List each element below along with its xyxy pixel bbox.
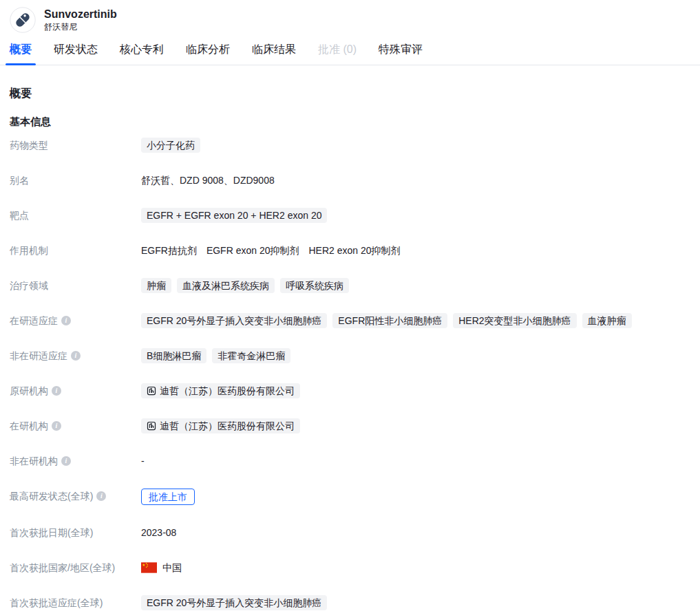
- tag[interactable]: 肿瘤: [141, 278, 171, 293]
- field-label-mechanism: 作用机制: [10, 243, 141, 258]
- info-icon[interactable]: i: [61, 456, 71, 466]
- field-label-text: 首次获批国家/地区(全球): [10, 560, 115, 575]
- company-icon: [147, 421, 156, 431]
- china-flag-icon: [141, 562, 157, 573]
- field-value-inactive-indications: B细胞淋巴瘤非霍奇金淋巴瘤: [141, 348, 290, 363]
- tag[interactable]: EGFR 20号外显子插入突变非小细胞肺癌: [141, 595, 327, 610]
- organization-name: 迪哲（江苏）医药股份有限公司: [160, 383, 295, 398]
- field-value-inactive-org: -: [141, 453, 145, 469]
- tag[interactable]: 血液肿瘤: [582, 313, 632, 328]
- field-value-originator-org: 迪哲（江苏）医药股份有限公司: [141, 383, 300, 398]
- tab-rd-status[interactable]: 研发状态: [50, 39, 102, 65]
- tab-clinical-results[interactable]: 临床结果: [248, 39, 300, 65]
- field-row-active-org: 在研机构i迪哲（江苏）医药股份有限公司: [10, 418, 690, 433]
- field-row-inactive-indications: 非在研适应症iB细胞淋巴瘤非霍奇金淋巴瘤: [10, 348, 690, 363]
- field-label-targets: 靶点: [10, 208, 141, 223]
- drug-subtitle: 舒沃替尼: [44, 21, 117, 33]
- field-row-originator-org: 原研机构i迪哲（江苏）医药股份有限公司: [10, 383, 690, 398]
- field-label-originator-org: 原研机构i: [10, 383, 141, 398]
- status-badge[interactable]: 批准上市: [141, 489, 195, 505]
- field-text: 2023-08: [141, 525, 176, 540]
- tab-core-patents[interactable]: 核心专利: [116, 39, 168, 65]
- field-label-inactive-org: 非在研机构i: [10, 453, 141, 469]
- field-value-highest-phase-global: 批准上市: [141, 489, 195, 505]
- field-row-active-indications: 在研适应症iEGFR 20号外显子插入突变非小细胞肺癌EGFR阳性非小细胞肺癌H…: [10, 313, 690, 328]
- field-label-text: 非在研适应症: [10, 348, 67, 363]
- field-label-text: 非在研机构: [10, 453, 58, 469]
- drug-title: Sunvozertinib: [44, 8, 117, 21]
- field-label-inactive-indications: 非在研适应症i: [10, 348, 141, 363]
- info-icon[interactable]: i: [71, 351, 81, 361]
- field-label-text: 靶点: [10, 208, 29, 223]
- field-value-aliases: 舒沃哲、DZD 9008、DZD9008: [141, 173, 275, 188]
- field-label-highest-phase-global: 最高研发状态(全球)i: [10, 489, 141, 504]
- field-value-first-approval-indication-global: EGFR 20号外显子插入突变非小细胞肺癌: [141, 595, 327, 610]
- field-value-active-org: 迪哲（江苏）医药股份有限公司: [141, 418, 300, 433]
- organization-tag[interactable]: 迪哲（江苏）医药股份有限公司: [141, 383, 300, 398]
- field-row-highest-phase-global: 最高研发状态(全球)i批准上市: [10, 489, 690, 505]
- tag[interactable]: EGFR 20号外显子插入突变非小细胞肺癌: [141, 313, 327, 328]
- field-label-text: 别名: [10, 173, 29, 188]
- field-label-first-approval-date-global: 首次获批日期(全球): [10, 525, 141, 540]
- tag[interactable]: HER2突变型非小细胞肺癌: [453, 313, 576, 328]
- field-value-therapy-areas: 肿瘤血液及淋巴系统疾病呼吸系统疾病: [141, 278, 349, 293]
- info-icon[interactable]: i: [52, 386, 61, 396]
- field-label-text: 首次获批适应症(全球): [10, 595, 103, 610]
- info-icon[interactable]: i: [61, 316, 71, 325]
- field-label-text: 治疗领域: [10, 278, 48, 293]
- field-label-drug-type: 药物类型: [10, 138, 141, 153]
- field-label-active-indications: 在研适应症i: [10, 313, 141, 328]
- tab-special-review[interactable]: 特殊审评: [374, 39, 427, 65]
- field-label-text: 药物类型: [10, 138, 48, 153]
- tab-bar: 概要研发状态核心专利临床分析临床结果批准 (0)特殊审评: [0, 39, 700, 65]
- info-icon[interactable]: i: [96, 491, 106, 501]
- field-row-inactive-org: 非在研机构i-: [10, 453, 690, 469]
- field-row-aliases: 别名舒沃哲、DZD 9008、DZD9008: [10, 173, 690, 188]
- field-row-first-approval-indication-global: 首次获批适应症(全球)EGFR 20号外显子插入突变非小细胞肺癌: [10, 595, 690, 610]
- capsule-icon: [10, 7, 36, 33]
- field-label-first-approval-indication-global: 首次获批适应症(全球): [10, 595, 141, 610]
- field-label-first-approval-country-global: 首次获批国家/地区(全球): [10, 560, 141, 575]
- field-label-text: 作用机制: [10, 243, 48, 258]
- field-label-aliases: 别名: [10, 173, 141, 188]
- field-label-text: 最高研发状态(全球): [10, 489, 93, 504]
- mechanism-item: EGFR exon 20抑制剂: [206, 243, 299, 258]
- mechanism-item: HER2 exon 20抑制剂: [309, 243, 401, 258]
- tab-overview[interactable]: 概要: [6, 39, 36, 65]
- field-row-targets: 靶点EGFR + EGFR exon 20 + HER2 exon 20: [10, 208, 690, 223]
- field-row-drug-type: 药物类型小分子化药: [10, 138, 690, 153]
- organization-name: 迪哲（江苏）医药股份有限公司: [160, 418, 295, 433]
- field-rows: 药物类型小分子化药别名舒沃哲、DZD 9008、DZD9008靶点EGFR + …: [10, 138, 690, 610]
- field-value-targets: EGFR + EGFR exon 20 + HER2 exon 20: [141, 208, 327, 223]
- tag[interactable]: B细胞淋巴瘤: [141, 348, 206, 363]
- tag[interactable]: 小分子化药: [141, 138, 200, 153]
- field-row-mechanism: 作用机制EGFR拮抗剂EGFR exon 20抑制剂HER2 exon 20抑制…: [10, 243, 690, 258]
- tag[interactable]: 血液及淋巴系统疾病: [177, 278, 275, 293]
- field-label-text: 在研适应症: [10, 313, 58, 328]
- info-icon[interactable]: i: [52, 421, 61, 431]
- field-text: 舒沃哲、DZD 9008、DZD9008: [141, 173, 275, 188]
- field-label-text: 首次获批日期(全球): [10, 525, 93, 540]
- organization-tag[interactable]: 迪哲（江苏）医药股份有限公司: [141, 418, 300, 433]
- tab-clinical-analysis[interactable]: 临床分析: [182, 39, 234, 65]
- tab-approval: 批准 (0): [314, 39, 361, 65]
- tag[interactable]: EGFR阳性非小细胞肺癌: [332, 313, 447, 328]
- field-row-first-approval-country-global: 首次获批国家/地区(全球)中国: [10, 560, 690, 575]
- tag[interactable]: 非霍奇金淋巴瘤: [212, 348, 290, 363]
- field-row-therapy-areas: 治疗领域肿瘤血液及淋巴系统疾病呼吸系统疾病: [10, 278, 690, 293]
- overview-panel: 概要 基本信息 药物类型小分子化药别名舒沃哲、DZD 9008、DZD9008靶…: [0, 86, 700, 610]
- field-value-mechanism: EGFR拮抗剂EGFR exon 20抑制剂HER2 exon 20抑制剂: [141, 243, 405, 258]
- page-title: 概要: [10, 86, 690, 101]
- mechanism-item: EGFR拮抗剂: [141, 243, 197, 258]
- drug-header: Sunvozertinib 舒沃替尼: [0, 0, 700, 33]
- field-label-therapy-areas: 治疗领域: [10, 278, 141, 293]
- company-icon: [147, 386, 156, 396]
- field-value-drug-type: 小分子化药: [141, 138, 200, 153]
- field-text: -: [141, 453, 145, 469]
- field-value-first-approval-date-global: 2023-08: [141, 525, 176, 540]
- field-row-first-approval-date-global: 首次获批日期(全球)2023-08: [10, 525, 690, 540]
- tag[interactable]: EGFR + EGFR exon 20 + HER2 exon 20: [141, 208, 327, 223]
- tag[interactable]: 呼吸系统疾病: [280, 278, 349, 293]
- country-name: 中国: [162, 560, 182, 575]
- field-label-text: 在研机构: [10, 418, 48, 433]
